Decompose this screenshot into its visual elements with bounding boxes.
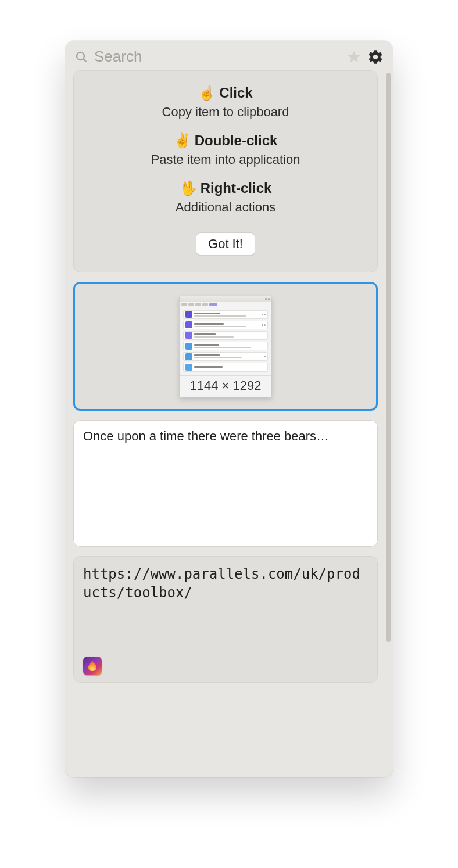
content-list: ☝️Click Copy item to clipboard ✌️Double-… <box>73 70 387 683</box>
favorites-star-icon[interactable] <box>346 49 362 64</box>
header <box>65 41 393 70</box>
thumbnail-tabs <box>180 302 271 307</box>
tip-right-click: 🖖Right-click Additional actions <box>85 180 366 215</box>
tips-card: ☝️Click Copy item to clipboard ✌️Double-… <box>73 70 378 272</box>
pointing-up-emoji-icon: ☝️ <box>198 85 216 101</box>
tip-desc: Additional actions <box>85 200 366 215</box>
tip-title: Click <box>219 85 252 101</box>
scrollbar[interactable] <box>386 73 391 642</box>
tip-double-click: ✌️Double-click Paste item into applicati… <box>85 132 366 167</box>
clip-item-text[interactable]: Once upon a time there were three bears… <box>73 420 378 547</box>
settings-gear-icon[interactable] <box>367 49 384 65</box>
clip-item-url[interactable]: https://www.parallels.com/uk/products/to… <box>73 556 378 683</box>
search-input[interactable] <box>94 48 341 66</box>
clip-text-content: Once upon a time there were three bears… <box>83 429 368 444</box>
tip-desc: Copy item to clipboard <box>85 105 366 120</box>
tip-desc: Paste item into application <box>85 152 366 167</box>
image-thumbnail: 1144 × 1292 <box>179 296 272 397</box>
image-dimensions-label: 1144 × 1292 <box>180 375 271 397</box>
clip-url-content: https://www.parallels.com/uk/products/to… <box>83 565 368 602</box>
tip-click: ☝️Click Copy item to clipboard <box>85 85 366 120</box>
tip-title: Double-click <box>195 132 278 148</box>
search-icon <box>74 50 88 64</box>
body: ☝️Click Copy item to clipboard ✌️Double-… <box>65 70 393 777</box>
victory-hand-emoji-icon: ✌️ <box>174 132 191 148</box>
vulcan-salute-emoji-icon: 🖖 <box>180 180 197 196</box>
got-it-button[interactable]: Got It! <box>196 232 255 256</box>
thumbnail-toolbar <box>180 296 271 302</box>
svg-line-1 <box>83 59 86 62</box>
firefox-app-icon <box>83 657 102 675</box>
clipboard-window: ☝️Click Copy item to clipboard ✌️Double-… <box>65 41 393 777</box>
tip-title: Right-click <box>201 180 272 196</box>
clip-item-image[interactable]: 1144 × 1292 <box>73 282 378 411</box>
